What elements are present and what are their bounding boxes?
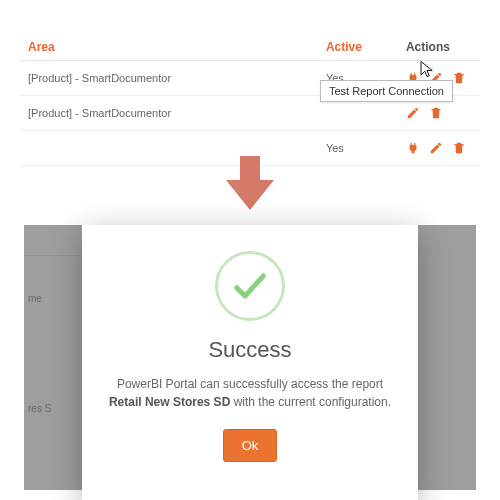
modal-title: Success: [108, 337, 392, 363]
checkmark-icon: [215, 251, 285, 321]
edit-icon[interactable]: [406, 106, 420, 120]
cell-active: Yes: [318, 131, 398, 166]
trash-icon[interactable]: [452, 141, 466, 155]
bg-fragment: res S: [28, 403, 51, 414]
trash-icon[interactable]: [452, 71, 466, 85]
cell-area: [Product] - SmartDocumentor: [20, 96, 318, 131]
trash-icon[interactable]: [429, 106, 443, 120]
arrow-down-icon: [218, 150, 282, 214]
modal-message: PowerBI Portal can successfully access t…: [108, 375, 392, 411]
col-active[interactable]: Active: [318, 34, 398, 61]
plug-icon[interactable]: [406, 141, 420, 155]
col-actions: Actions: [398, 34, 480, 61]
cell-actions: [398, 131, 480, 166]
success-modal: Success PowerBI Portal can successfully …: [82, 225, 418, 500]
bg-fragment: me: [28, 293, 42, 304]
tooltip-test-connection: Test Report Connection: [320, 80, 453, 102]
edit-icon[interactable]: [429, 141, 443, 155]
modal-backdrop: me res S Success PowerBI Portal can succ…: [24, 225, 476, 490]
cell-area: [Product] - SmartDocumentor: [20, 61, 318, 96]
col-area[interactable]: Area: [20, 34, 318, 61]
ok-button[interactable]: Ok: [223, 429, 278, 462]
